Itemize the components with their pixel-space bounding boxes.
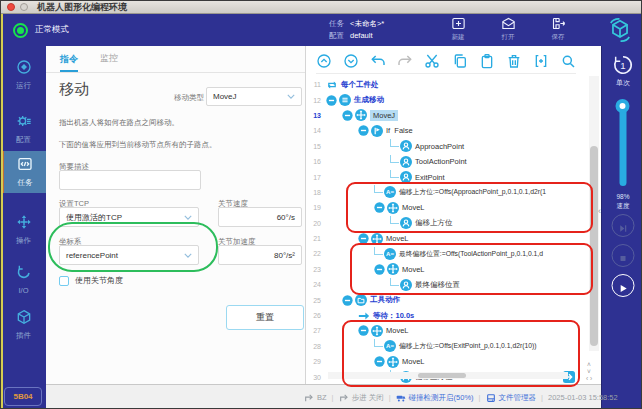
brief-description-input[interactable] xyxy=(59,170,201,190)
speed-slider[interactable] xyxy=(619,101,626,186)
new-button[interactable]: 新建 xyxy=(441,16,475,42)
joint-speed-input[interactable]: 60°/s xyxy=(218,207,302,227)
tab-monitor[interactable]: 监控 xyxy=(100,52,118,72)
vertical-scrollbar-thumb[interactable] xyxy=(590,146,598,346)
tree-row-19[interactable]: 19MoveL xyxy=(306,200,589,215)
tree-row-22[interactable]: 22A=最终偏移位置:=Offs(ToolActionPoint_p,0.1,0… xyxy=(306,246,589,261)
coordinate-frame-select[interactable]: referencePoint xyxy=(59,245,199,265)
stop-button[interactable] xyxy=(611,244,634,267)
tree-row-21[interactable]: 21MoveL xyxy=(306,231,589,246)
tree-row-12[interactable]: 12生成移动 xyxy=(306,92,589,107)
tree-row-27[interactable]: 27MoveL xyxy=(306,323,589,338)
tree-toolbar xyxy=(316,48,576,74)
instruction-panel: 指令 监控 移动 移动类型 MoveJ 指出机器人将如何在路点之间移动。 下面的… xyxy=(46,46,306,384)
horizontal-scrollbar[interactable] xyxy=(328,372,568,379)
line-number: 28 xyxy=(306,343,326,350)
collapse-icon[interactable] xyxy=(342,110,353,121)
left-nav: 运行配置任务操作I/O插件 5B04 xyxy=(1,46,46,409)
tree-row-16[interactable]: 16ToolActionPoint xyxy=(306,154,589,169)
tree-row-13[interactable]: 13MoveJ xyxy=(306,108,589,123)
tree-row-14[interactable]: 14If False xyxy=(306,123,589,138)
tree-row-20[interactable]: 20偏移上方位 xyxy=(306,216,589,231)
tree-node-label: MoveL xyxy=(402,265,425,274)
paste-icon[interactable] xyxy=(479,53,495,69)
save-button[interactable]: 保存 xyxy=(541,16,575,42)
use-joint-angle-checkbox[interactable] xyxy=(59,276,69,286)
appbar: 正常模式 任务<未命名>* 配置default 新建打开保存 xyxy=(1,14,641,46)
scroll-right-arrow[interactable]: › xyxy=(590,375,592,382)
tree-row-17[interactable]: 17ExitPoint xyxy=(306,169,589,184)
collapse-icon[interactable] xyxy=(374,264,385,275)
tree-connector xyxy=(390,139,399,147)
brackets-icon[interactable] xyxy=(533,53,549,69)
copy-icon[interactable] xyxy=(452,53,468,69)
move-node-icon xyxy=(387,356,399,368)
step-button[interactable] xyxy=(611,214,634,237)
tab-instruction[interactable]: 指令 xyxy=(60,53,78,73)
search-icon[interactable] xyxy=(560,53,576,69)
scroll-left-arrow[interactable]: ‹ xyxy=(586,375,588,382)
status-separator: | xyxy=(479,393,481,402)
circle-up-icon[interactable] xyxy=(316,53,332,69)
cut-icon[interactable] xyxy=(424,53,440,69)
line-number: 20 xyxy=(306,220,326,227)
tree-node-label: If False xyxy=(386,126,413,135)
collapse-icon[interactable] xyxy=(358,233,369,244)
panel-tabs: 指令 监控 xyxy=(46,46,305,73)
horizontal-scrollbar-thumb[interactable] xyxy=(418,373,466,378)
line-number: 21 xyxy=(306,235,326,242)
sidebar-item-operate[interactable]: 操作 xyxy=(1,209,46,251)
sidebar-item-io[interactable]: I/O xyxy=(1,258,46,300)
tree-row-28[interactable]: 28A=偏移上方位:=Offs(ExitPoint_p,0.1,0.1,d2r(… xyxy=(306,339,589,354)
tree-row-18[interactable]: 18A=偏移上方位:=Offs(ApproachPoint_p,0.1,0.1,… xyxy=(306,185,589,200)
line-number: 22 xyxy=(306,250,326,257)
tree-row-24[interactable]: 24最终偏移位置 xyxy=(306,277,589,292)
scroll-up-arrow[interactable]: ˄ xyxy=(587,361,591,368)
move-node-icon xyxy=(355,109,367,121)
speed-slider-handle[interactable] xyxy=(616,99,630,113)
redo-icon[interactable] xyxy=(397,53,413,69)
scroll-arrows: ˄ ˅ ‹ › xyxy=(581,361,597,382)
collapse-icon[interactable] xyxy=(326,95,337,106)
tree-row-23[interactable]: 23MoveL xyxy=(306,262,589,277)
single-run-icon[interactable]: 1 xyxy=(612,54,634,76)
scroll-down-arrow[interactable]: ˅ xyxy=(587,368,591,375)
drive-icon xyxy=(486,393,496,403)
task-info: 任务<未命名>* 配置default xyxy=(329,18,384,42)
sidebar-item-task[interactable]: 任务 xyxy=(1,151,46,193)
joint-accel-input[interactable]: 80°/s² xyxy=(218,245,302,265)
reset-button[interactable]: 重置 xyxy=(226,305,304,330)
collapse-icon[interactable] xyxy=(374,356,385,367)
tree-row-25[interactable]: 25工具动作 xyxy=(306,292,589,307)
joint-angle-checkline: 使用关节角度 xyxy=(59,275,123,286)
circle-down-icon[interactable] xyxy=(343,53,359,69)
status-item-2[interactable]: 碰撞检测开启(50%) xyxy=(396,393,474,403)
open-button[interactable]: 打开 xyxy=(491,16,525,42)
sidebar-item-config[interactable]: 配置 xyxy=(1,108,46,150)
collapse-icon[interactable] xyxy=(358,325,369,336)
line-number: 11 xyxy=(306,81,326,88)
collapse-icon[interactable] xyxy=(358,125,369,136)
status-item-3[interactable]: 文件管理器 xyxy=(486,393,537,403)
tree-row-11[interactable]: 11每个工件处 xyxy=(306,77,589,92)
move-cross-icon xyxy=(16,214,32,234)
tree-row-15[interactable]: 15ApproachPoint xyxy=(306,139,589,154)
undo-icon[interactable] xyxy=(370,53,386,69)
sidebar-item-plugin[interactable]: 插件 xyxy=(1,304,46,346)
single-run-label: 单次 xyxy=(616,78,630,88)
tcp-select[interactable]: 使用激活的TCP xyxy=(59,207,199,227)
sidebar-item-run[interactable]: 运行 xyxy=(1,54,46,96)
status-item-4: 2025-01-03 15:58:52 xyxy=(548,393,618,402)
tree-row-26[interactable]: 26等待：10.0s xyxy=(306,308,589,323)
tree-connector xyxy=(390,278,399,286)
close-window-button[interactable] xyxy=(7,3,15,11)
collapse-icon[interactable] xyxy=(374,202,385,213)
form-description-2: 下面的值将应用到当前移动节点所有的子路点。 xyxy=(59,140,217,150)
chevron-down-icon xyxy=(287,94,295,99)
trash-icon[interactable] xyxy=(506,53,522,69)
minimize-window-button[interactable] xyxy=(20,3,28,11)
play-button[interactable] xyxy=(611,274,634,297)
collapse-icon[interactable] xyxy=(342,295,353,306)
tree-row-29[interactable]: 29MoveL xyxy=(306,354,589,369)
move-type-select[interactable]: MoveJ xyxy=(206,87,302,106)
